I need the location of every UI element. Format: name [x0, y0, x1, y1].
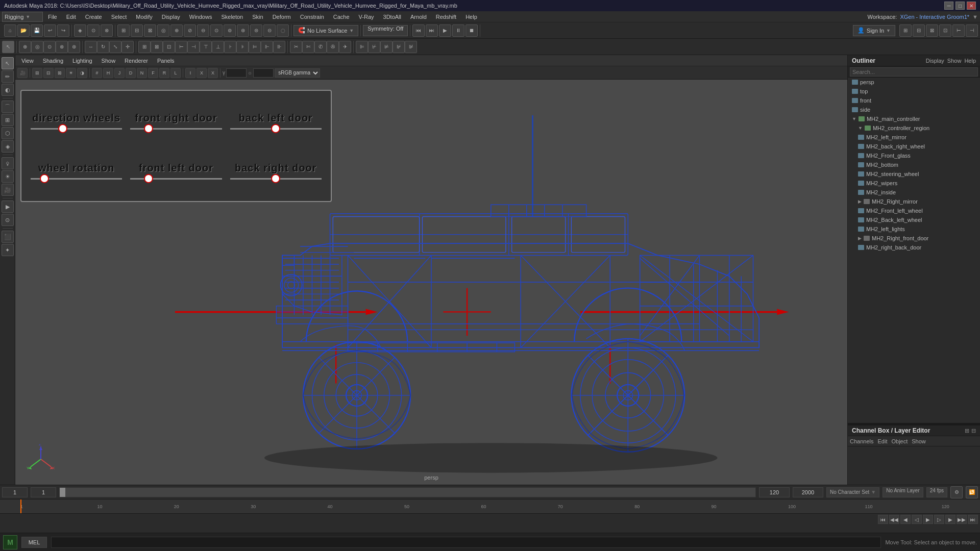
- tool-poly[interactable]: ⬡: [2, 127, 14, 139]
- menu-display[interactable]: Display: [158, 13, 184, 21]
- front-right-door-slider[interactable]: [130, 128, 222, 130]
- outliner-show[interactable]: Show: [947, 58, 962, 64]
- tb-extra5[interactable]: ⊢: [952, 24, 965, 37]
- tb-extra6[interactable]: ⊣: [966, 24, 978, 37]
- tree-item-side[interactable]: side: [848, 105, 980, 114]
- tb2-t3[interactable]: ⊙: [43, 41, 56, 53]
- tree-item-mh2-front-glass[interactable]: MH2_Front_glass: [848, 151, 980, 160]
- menu-modify[interactable]: Modify: [132, 13, 156, 21]
- channel-box-header[interactable]: Channel Box / Layer Editor ⊞ ⊟: [848, 425, 980, 436]
- vt-joint[interactable]: J: [114, 68, 125, 78]
- vt-gamma-value[interactable]: 0.00: [226, 68, 247, 78]
- outliner-tree[interactable]: persp top front side ▼ MH2_main_controll…: [848, 78, 980, 423]
- wr-handle[interactable]: [40, 174, 49, 183]
- back-left-door-slider[interactable]: [230, 128, 322, 130]
- tb2-s4[interactable]: ⊢: [175, 41, 187, 53]
- bld-handle[interactable]: [271, 124, 280, 133]
- tree-item-mh2-inside[interactable]: MH2_inside: [848, 188, 980, 197]
- command-input[interactable]: [51, 537, 881, 548]
- tb-snap8[interactable]: ⊙: [210, 24, 223, 37]
- tb2-d2[interactable]: ⊬: [368, 41, 380, 53]
- dw-handle[interactable]: [58, 124, 67, 133]
- menu-redshift[interactable]: Redshift: [432, 13, 460, 21]
- pb-next[interactable]: ▶: [945, 515, 955, 524]
- tree-item-mh2-ctrl-region[interactable]: ▼ MH2_controller_region: [848, 123, 980, 133]
- tb2-t5[interactable]: ⊛: [68, 41, 80, 53]
- max-end-input[interactable]: 2000: [793, 487, 823, 497]
- tb-play5[interactable]: ⏹: [465, 24, 478, 37]
- tree-item-mh2-steering[interactable]: MH2_steering_wheel: [848, 169, 980, 179]
- tb2-t4[interactable]: ⊗: [56, 41, 68, 53]
- tb2-s12[interactable]: ⊪: [273, 41, 285, 53]
- end-frame-input[interactable]: 120: [759, 487, 790, 497]
- tool-select[interactable]: ↖: [2, 57, 14, 69]
- cb-icon1[interactable]: ⊞: [965, 428, 969, 434]
- frd-handle[interactable]: [144, 124, 153, 133]
- menu-skin[interactable]: Skin: [248, 13, 267, 21]
- timeline-track[interactable]: 1 10 20 30 40 50 60 70 80 90 100 110 120: [0, 499, 980, 514]
- tb-snap9[interactable]: ⊚: [224, 24, 236, 37]
- tb-lasso[interactable]: ⊙: [87, 24, 100, 37]
- tb-snap1[interactable]: ⊞: [117, 24, 130, 37]
- front-left-door-slider[interactable]: [130, 178, 222, 180]
- tb-undo[interactable]: ↩: [44, 24, 56, 37]
- tb-extra4[interactable]: ⊡: [939, 24, 951, 37]
- vt-light[interactable]: ☀: [66, 68, 76, 78]
- timeline-loop[interactable]: 🔁: [966, 486, 978, 498]
- tb-snap12[interactable]: ⊝: [263, 24, 276, 37]
- tb-play4[interactable]: ⏸: [452, 24, 464, 37]
- tb-snap5[interactable]: ⊕: [170, 24, 183, 37]
- outliner-search-input[interactable]: [850, 67, 978, 77]
- tb2-d5[interactable]: ⊯: [405, 41, 417, 53]
- vt-shadows[interactable]: ◑: [77, 68, 87, 78]
- tool-fx[interactable]: ✦: [2, 244, 14, 256]
- tb2-s10[interactable]: ⊨: [249, 41, 261, 53]
- tool-camera[interactable]: 🎥: [2, 184, 14, 196]
- vt-xray[interactable]: X: [197, 68, 207, 78]
- character-set-button[interactable]: No Character Set ▼: [826, 487, 879, 497]
- time-progress-bar-container[interactable]: [59, 487, 756, 497]
- tree-item-mh2-bottom[interactable]: MH2_bottom: [848, 160, 980, 169]
- menu-help[interactable]: Help: [461, 13, 481, 21]
- tb2-move[interactable]: ↔: [85, 41, 97, 53]
- vt-camera[interactable]: 🎥: [17, 68, 28, 78]
- tb-open[interactable]: 📂: [17, 24, 30, 37]
- live-surface-button[interactable]: 🧲 No Live Surface ▼: [293, 25, 358, 36]
- menu-deform[interactable]: Deform: [268, 13, 295, 21]
- sign-in-button[interactable]: 👤 Sign In ▼: [853, 25, 895, 36]
- tb2-s8[interactable]: ⊦: [224, 41, 236, 53]
- tb2-c4[interactable]: ✇: [327, 41, 339, 53]
- tb-snap7[interactable]: ⊖: [197, 24, 209, 37]
- tb2-s11[interactable]: ⊩: [261, 41, 273, 53]
- tb-select[interactable]: ◈: [74, 24, 86, 37]
- vt-fluids[interactable]: F: [148, 68, 158, 78]
- tool-paint[interactable]: ✏: [2, 70, 14, 83]
- vm-panels[interactable]: Panels: [153, 57, 179, 65]
- menu-file[interactable]: File: [44, 13, 61, 21]
- tb-home[interactable]: ⌂: [4, 24, 16, 37]
- vt-exposure-value[interactable]: 1.00: [253, 68, 274, 78]
- menu-cache[interactable]: Cache: [329, 13, 354, 21]
- pb-play[interactable]: ▶: [923, 515, 933, 524]
- tb2-c5[interactable]: ✈: [339, 41, 351, 53]
- tb2-s3[interactable]: ⊡: [163, 41, 175, 53]
- tool-curve[interactable]: ⌒: [2, 101, 14, 113]
- tb-snap2[interactable]: ⊟: [131, 24, 143, 37]
- cb-show[interactable]: Show: [912, 438, 926, 444]
- tool-light[interactable]: ☀: [2, 170, 14, 183]
- vt-follicles[interactable]: L: [170, 68, 181, 78]
- timeline-settings[interactable]: ⚙: [950, 486, 963, 498]
- tb-redo[interactable]: ↪: [57, 24, 69, 37]
- mel-button[interactable]: MEL: [21, 537, 47, 548]
- tb-play1[interactable]: ⏮: [412, 24, 425, 37]
- tree-item-mh2-right-back-door[interactable]: MH2_right_back_door: [848, 243, 980, 252]
- tb2-s7[interactable]: ⊥: [212, 41, 224, 53]
- vt-heads[interactable]: H: [103, 68, 113, 78]
- tree-item-mh2-left-lights[interactable]: MH2_left_lights: [848, 224, 980, 234]
- menu-arnold[interactable]: Arnold: [406, 13, 431, 21]
- vt-solid[interactable]: ⊟: [43, 68, 54, 78]
- tool-anim[interactable]: ▶: [2, 201, 14, 213]
- range-start-input[interactable]: 1: [31, 487, 56, 497]
- tb-paint[interactable]: ⊗: [101, 24, 113, 37]
- pb-prev[interactable]: ◀: [900, 515, 911, 524]
